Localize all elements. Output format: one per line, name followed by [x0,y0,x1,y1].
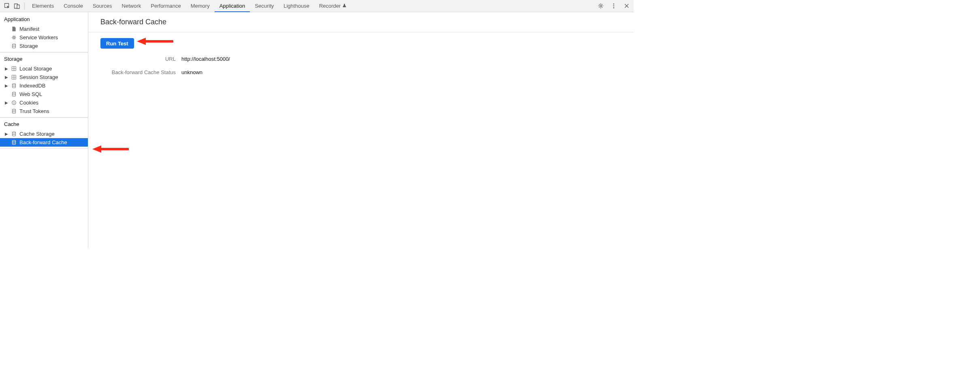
svg-rect-2 [17,5,19,9]
tab-sources[interactable]: Sources [88,0,117,12]
database-icon [11,108,17,115]
database-icon [11,131,17,137]
devtools-tabstrip: Elements Console Sources Network Perform… [27,0,596,12]
sidebar-item-storage[interactable]: ▶ Storage [0,42,88,50]
sidebar-item-session-storage[interactable]: ▶ Session Storage [0,73,88,81]
sidebar-item-label: Cookies [19,100,38,106]
tab-lighthouse[interactable]: Lighthouse [279,0,314,12]
sidebar-item-manifest[interactable]: ▶ Manifest [0,25,88,33]
cookie-icon [11,100,17,106]
svg-point-3 [600,5,601,6]
sidebar-item-label: Manifest [19,26,39,32]
info-label: URL [100,56,181,62]
svg-marker-24 [92,145,101,153]
tab-application[interactable]: Application [215,0,250,12]
svg-point-12 [12,92,15,93]
sidebar-item-websql[interactable]: ▶ Web SQL [0,90,88,98]
sidebar-item-trust-tokens[interactable]: ▶ Trust Tokens [0,107,88,115]
database-icon [11,83,17,89]
sidebar-item-label: Web SQL [19,91,42,97]
sidebar-item-cookies[interactable]: ▶ Cookies [0,98,88,107]
tab-security[interactable]: Security [250,0,279,12]
database-icon [11,91,17,98]
svg-point-17 [14,103,15,104]
tab-network[interactable]: Network [117,0,146,12]
main-panel: Back-forward Cache Run Test URL http://l… [88,12,634,248]
svg-point-16 [13,103,14,104]
close-devtools-icon[interactable] [622,1,631,11]
svg-point-7 [13,36,15,38]
sidebar-item-label: IndexedDB [19,83,45,89]
tab-label: Sources [93,3,112,9]
sidebar-item-label: Service Workers [19,34,58,41]
svg-point-13 [12,101,16,105]
tab-label: Lighthouse [283,3,309,9]
tab-label: Application [219,3,245,9]
svg-point-11 [12,83,15,85]
sidebar-item-label: Storage [19,43,38,49]
chevron-icon: ▶ [5,83,8,88]
svg-point-15 [14,102,15,103]
toggle-device-icon[interactable] [12,1,22,11]
tab-label: Memory [191,3,210,9]
more-options-icon[interactable] [609,1,618,11]
svg-point-6 [613,7,614,9]
toolbar-right [596,1,631,11]
tab-label: Network [122,3,141,9]
sidebar-item-label: Back-forward Cache [19,139,67,145]
tab-label: Console [64,3,83,9]
info-label: Back-forward Cache Status [100,69,181,75]
chevron-icon: ▶ [5,75,8,79]
sidebar-heading-application: Application [0,14,88,25]
grid-icon [11,66,17,72]
gear-icon [11,34,17,41]
tab-recorder[interactable]: Recorder [314,0,352,12]
info-value: unknown [181,69,202,75]
tab-console[interactable]: Console [59,0,88,12]
info-row-url: URL http://localhost:5000/ [100,56,626,62]
chevron-icon: ▶ [5,100,8,105]
toolbar-separator [24,2,25,10]
annotation-arrow-bfcache-item [92,144,129,154]
tab-label: Elements [32,3,54,9]
settings-icon[interactable] [596,1,605,11]
database-icon [11,139,17,146]
sidebar-item-indexeddb[interactable]: ▶ IndexedDB [0,81,88,90]
chevron-icon: ▶ [5,132,8,136]
tab-performance[interactable]: Performance [146,0,185,12]
sidebar-item-label: Local Storage [19,66,52,72]
tab-memory[interactable]: Memory [186,0,215,12]
svg-point-8 [12,44,15,45]
sidebar-item-back-forward-cache[interactable]: ▶ Back-forward Cache [0,138,88,147]
sidebar-item-label: Session Storage [19,74,58,80]
page-title: Back-forward Cache [88,12,634,32]
run-test-button[interactable]: Run Test [100,38,134,49]
tab-elements[interactable]: Elements [27,0,59,12]
tab-label: Recorder [319,3,341,9]
tab-label: Performance [151,3,181,9]
svg-point-20 [12,140,15,141]
sidebar-item-cache-storage[interactable]: ▶ Cache Storage [0,130,88,138]
svg-point-14 [13,102,14,102]
info-value: http://localhost:5000/ [181,56,230,62]
grid-icon [11,74,17,81]
sidebar-item-local-storage[interactable]: ▶ Local Storage [0,64,88,73]
flask-icon [342,3,347,9]
svg-point-19 [12,132,15,133]
svg-point-5 [613,5,614,6]
svg-point-4 [613,4,614,5]
tab-label: Security [255,3,274,9]
sidebar-item-label: Cache Storage [19,131,55,137]
svg-point-18 [12,109,15,110]
info-row-status: Back-forward Cache Status unknown [100,69,626,75]
application-sidebar: Application ▶ Manifest ▶ Service Workers… [0,12,88,248]
database-icon [11,43,17,49]
sidebar-item-label: Trust Tokens [19,108,49,114]
devtools-toolbar: Elements Console Sources Network Perform… [0,0,634,12]
sidebar-heading-storage: Storage [0,52,88,64]
sidebar-item-service-workers[interactable]: ▶ Service Workers [0,33,88,42]
inspect-element-icon[interactable] [2,1,12,11]
chevron-icon: ▶ [5,66,8,71]
file-icon [11,26,17,32]
sidebar-heading-cache: Cache [0,117,88,130]
